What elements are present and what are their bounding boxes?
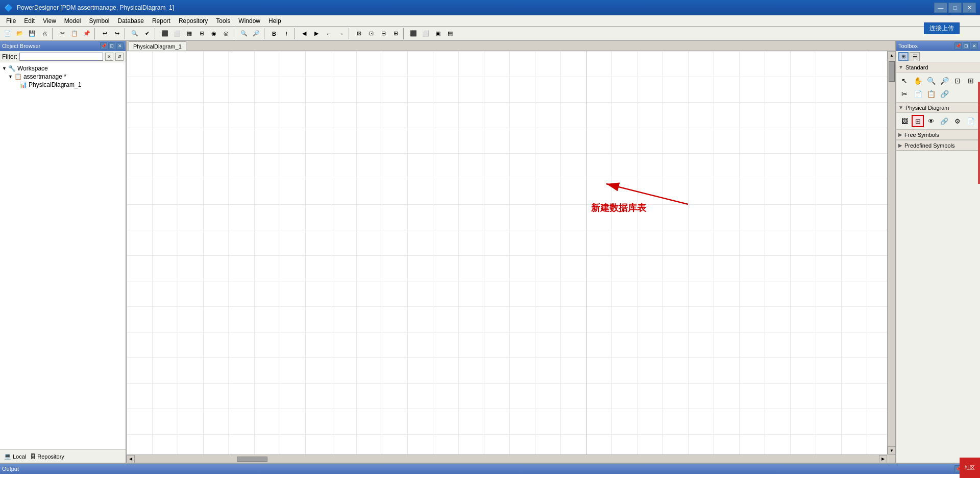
tool-doc-button[interactable]: 📄 — [965, 115, 977, 127]
tool-zoom-in-button[interactable]: 🔍 — [925, 75, 937, 87]
toolbox-float-button[interactable]: ⊡ — [963, 42, 970, 50]
toolbar-t2[interactable]: ⬜ — [172, 28, 183, 39]
menu-symbol[interactable]: Symbol — [85, 16, 114, 26]
toolbar-extra2[interactable]: ⬜ — [420, 28, 431, 39]
tool-new-table-button[interactable]: ⊞ — [912, 115, 924, 127]
ob-titlebar-controls[interactable]: 📌 ⊡ ✕ — [100, 42, 124, 50]
toolbar-redo[interactable]: ↪ — [111, 28, 122, 39]
toolbar-new[interactable]: 📄 — [2, 28, 13, 39]
v-scroll-thumb[interactable] — [889, 61, 895, 82]
connect-button[interactable]: 连接上传 — [924, 22, 960, 34]
title-bar-controls[interactable]: — □ ✕ — [934, 3, 976, 13]
svg-line-1 — [606, 184, 688, 204]
menu-window[interactable]: Window — [234, 16, 264, 26]
toolbar-t6[interactable]: ◎ — [220, 28, 232, 39]
scroll-down-arrow[interactable]: ▼ — [888, 446, 895, 455]
tool-pointer-button[interactable]: ↖ — [898, 75, 911, 87]
tree-item-physicaldiagram[interactable]: ▶ 📊 PhysicalDiagram_1 — [2, 81, 124, 89]
menu-edit[interactable]: Edit — [20, 16, 39, 26]
h-scrollbar[interactable]: ◀ ▶ — [127, 455, 887, 463]
close-button[interactable]: ✕ — [963, 3, 976, 13]
tool-link-button[interactable]: 🔗 — [938, 88, 950, 100]
toolbar-arrow-left[interactable]: ← — [323, 28, 334, 39]
toolbar-cut[interactable]: ✂ — [57, 28, 68, 39]
toolbar-t3[interactable]: ▦ — [184, 28, 195, 39]
toolbox-section-physical-diagram-header[interactable]: ▼ Physical Diagram — [896, 103, 980, 113]
toolbar-undo[interactable]: ↩ — [99, 28, 110, 39]
toolbox-list-view-button[interactable]: ☰ — [910, 52, 920, 61]
menu-database[interactable]: Database — [114, 16, 148, 26]
toolbar-sym2[interactable]: ⊡ — [365, 28, 377, 39]
toolbar-extra1[interactable]: ⬛ — [408, 28, 419, 39]
ob-tab-local[interactable]: 💻 Local — [4, 453, 26, 460]
toolbar-align-right[interactable]: ▶ — [311, 28, 322, 39]
physicaldiagram-icon: 📊 — [19, 81, 27, 88]
tool-zoom-region-button[interactable]: ⊞ — [965, 75, 977, 87]
menu-repository[interactable]: Repository — [175, 16, 212, 26]
toolbar-sym4[interactable]: ⊞ — [390, 28, 401, 39]
h-scroll-thumb[interactable] — [237, 457, 267, 462]
tool-view-button[interactable]: 👁 — [925, 115, 937, 127]
toolbox-pin-button[interactable]: 📌 — [954, 42, 962, 50]
ob-tab-repository[interactable]: 🗄 Repository — [30, 453, 64, 460]
ob-filter-clear-button[interactable]: ✕ — [105, 53, 113, 61]
menu-view[interactable]: View — [39, 16, 60, 26]
v-scrollbar[interactable]: ▲ ▼ — [887, 51, 895, 455]
toolbar-zoom-out[interactable]: 🔎 — [251, 28, 262, 39]
toolbar-find[interactable]: 🔍 — [129, 28, 140, 39]
toolbox-titlebar-controls[interactable]: 📌 ⊡ ✕ — [954, 42, 978, 50]
toolbar-sym3[interactable]: ⊟ — [378, 28, 389, 39]
scroll-left-arrow[interactable]: ◀ — [127, 455, 135, 463]
ob-filter-input[interactable] — [19, 53, 103, 61]
tool-hand-button[interactable]: ✋ — [912, 75, 924, 87]
toolbar-italic[interactable]: I — [281, 28, 292, 39]
toolbar-save[interactable]: 💾 — [27, 28, 38, 39]
toolbar-t4[interactable]: ⊞ — [196, 28, 207, 39]
tool-image-button[interactable]: 🖼 — [898, 115, 911, 127]
tool-zoom-fit-button[interactable]: ⊡ — [951, 75, 964, 87]
toolbar-extra3[interactable]: ▣ — [432, 28, 444, 39]
scroll-up-arrow[interactable]: ▲ — [888, 51, 895, 59]
minimize-button[interactable]: — — [934, 3, 947, 13]
toolbar-open[interactable]: 📂 — [14, 28, 26, 39]
tree-item-workspace[interactable]: ▼ 🔧 Workspace — [2, 64, 124, 73]
scroll-right-arrow[interactable]: ▶ — [879, 455, 887, 463]
toolbar-copy[interactable]: 📋 — [69, 28, 80, 39]
menu-file[interactable]: File — [2, 16, 20, 26]
maximize-button[interactable]: □ — [948, 3, 962, 13]
toolbar-bold[interactable]: B — [268, 28, 280, 39]
tool-copy-button[interactable]: 📄 — [912, 88, 924, 100]
diagram-tab[interactable]: PhysicalDiagram_1 — [129, 41, 186, 51]
toolbar-arrow-right[interactable]: → — [335, 28, 347, 39]
toolbox-section-predefined-symbols-header[interactable]: ▶ Predefined Symbols — [896, 140, 980, 151]
ob-pin-button[interactable]: 📌 — [100, 42, 107, 50]
toolbar-t5[interactable]: ◉ — [208, 28, 219, 39]
toolbar-extra4[interactable]: ▤ — [445, 28, 456, 39]
menu-tools[interactable]: Tools — [212, 16, 234, 26]
toolbar-spell[interactable]: ✔ — [141, 28, 153, 39]
tool-gear-button[interactable]: ⚙ — [951, 115, 964, 127]
tool-link2-button[interactable]: 🔗 — [938, 115, 950, 127]
toolbar-zoom-in[interactable]: 🔍 — [238, 28, 250, 39]
toolbox-section-free-symbols: ▶ Free Symbols — [896, 130, 980, 140]
ob-float-button[interactable]: ⊡ — [108, 42, 115, 50]
toolbar-print[interactable]: 🖨 — [39, 28, 50, 39]
menu-help[interactable]: Help — [264, 16, 285, 26]
toolbar-align-left[interactable]: ◀ — [299, 28, 310, 39]
toolbar-t1[interactable]: ⬛ — [159, 28, 170, 39]
tree-item-assertmanage[interactable]: ▼ 📋 assertmanage * — [2, 73, 124, 81]
tool-cut-button[interactable]: ✂ — [898, 88, 911, 100]
ob-close-button[interactable]: ✕ — [116, 42, 124, 50]
toolbox-section-standard-header[interactable]: ▼ Standard — [896, 62, 980, 73]
ob-filter-apply-button[interactable]: ↺ — [115, 53, 124, 61]
tool-paste-button[interactable]: 📋 — [925, 88, 937, 100]
toolbox-section-free-symbols-header[interactable]: ▶ Free Symbols — [896, 130, 980, 140]
toolbox-grid-view-button[interactable]: ⊞ — [898, 52, 909, 61]
toolbar-sym1[interactable]: ⊠ — [353, 28, 364, 39]
diagram-canvas[interactable]: 新建数据库表 ▲ ▼ ◀ ▶ — [127, 51, 895, 463]
menu-report[interactable]: Report — [148, 16, 175, 26]
menu-model[interactable]: Model — [60, 16, 85, 26]
toolbar-paste[interactable]: 📌 — [81, 28, 92, 39]
tool-zoom-out-button[interactable]: 🔎 — [938, 75, 950, 87]
toolbox-close-button[interactable]: ✕ — [971, 42, 978, 50]
